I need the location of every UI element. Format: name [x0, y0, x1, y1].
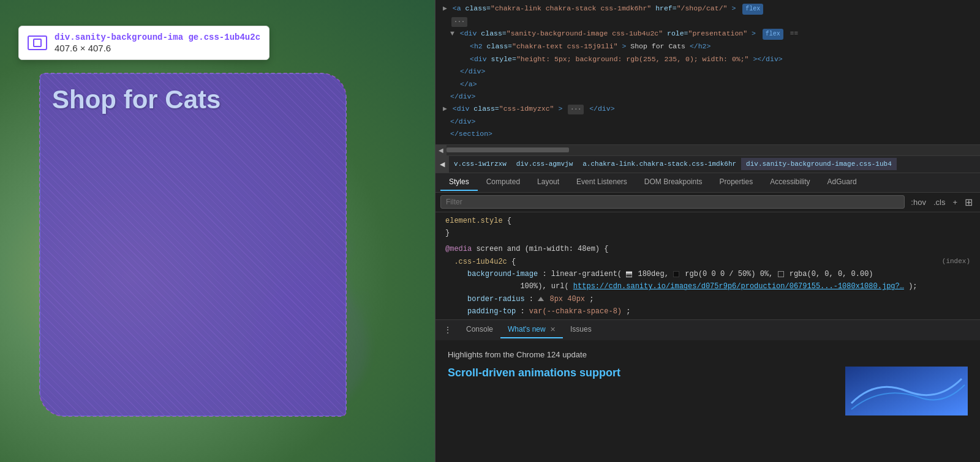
tooltip-class-name: div.sanity-background-ima ge.css-1ub4u2c	[55, 32, 260, 42]
expand-border-radius[interactable]	[538, 297, 544, 301]
scroll-left-button[interactable]: ◀	[435, 144, 447, 155]
whatsnew-title[interactable]: Scroll-driven animations support	[448, 367, 835, 379]
hov-button[interactable]: :hov	[908, 196, 929, 208]
whatsnew-image	[845, 367, 968, 415]
html-line: ···	[435, 15, 980, 28]
devtools-tabs: Styles Computed Layout Event Listeners D…	[435, 173, 980, 193]
css-line: padding-top : var(--chakra-space-8) ;	[435, 305, 980, 318]
tab-layout[interactable]: Layout	[529, 174, 568, 191]
css-line: @media screen and (min-width: 48em) {	[435, 243, 980, 255]
tooltip-text: div.sanity-background-ima ge.css-1ub4u2c…	[55, 32, 260, 53]
shop-card-inner: Shop for Cats	[40, 73, 346, 416]
console-menu-icon[interactable]: ⋮	[442, 324, 454, 336]
tab-console[interactable]: Console	[459, 321, 500, 338]
tab-styles[interactable]: Styles	[440, 174, 478, 191]
console-bar: ⋮ Console What's new ✕ Issues	[435, 319, 980, 340]
gradient-swatch[interactable]	[626, 271, 632, 277]
more-options-button[interactable]: ⊞	[962, 195, 975, 209]
breadcrumb-bar: ◀ v.css-1w1rzxw div.css-agmvjw a.chakra-…	[435, 156, 980, 173]
css-line: 100%), url( https://cdn.sanity.io/images…	[435, 280, 980, 292]
shop-card: Shop for Cats	[40, 73, 346, 416]
breadcrumb-item-v[interactable]: v.css-1w1rzxw	[449, 158, 511, 170]
cls-button[interactable]: .cls	[931, 196, 948, 208]
css-line: border-radius : 8px 40px ;	[435, 293, 980, 305]
css-content: element.style { } @media screen and (min…	[435, 212, 980, 319]
tab-whatsnew[interactable]: What's new ✕	[500, 321, 563, 338]
html-line: </section>	[435, 128, 980, 140]
html-line: </div>	[435, 65, 980, 78]
color-swatch-black[interactable]	[673, 271, 679, 277]
html-line: ▶ <div class="css-1dmyzxc" > ··· </div>	[435, 103, 980, 115]
devtools-panel: ▶ <a class="chakra-link chakra-stack css…	[435, 0, 980, 462]
tooltip-icon	[28, 35, 47, 50]
filter-bar: :hov .cls + ⊞	[435, 193, 980, 212]
whatsnew-panel: Highlights from the Chrome 124 update Sc…	[435, 340, 980, 462]
filter-input[interactable]	[440, 195, 905, 209]
css-line: background-image : linear-gradient( 180d…	[435, 268, 980, 280]
tab-issues[interactable]: Issues	[563, 321, 599, 338]
whatsnew-subtitle: Highlights from the Chrome 124 update	[448, 350, 968, 359]
html-line: ▼ <div class="sanity-background-image cs…	[435, 28, 980, 40]
breadcrumb-left-button[interactable]: ◀	[435, 156, 449, 173]
tab-properties[interactable]: Properties	[711, 174, 762, 191]
tab-accessibility[interactable]: Accessibility	[761, 174, 818, 191]
css-line: }	[435, 227, 980, 239]
tab-computed[interactable]: Computed	[478, 174, 529, 191]
html-line: <div style="height: 5px; background: rgb…	[435, 53, 980, 65]
html-line: ▶ <a class="chakra-link chakra-stack css…	[435, 2, 980, 15]
breadcrumb-item-div[interactable]: div.css-agmvjw	[511, 158, 578, 170]
eq-badge: ==	[790, 30, 798, 37]
ellipsis-button[interactable]: ···	[451, 17, 467, 27]
tab-adguard[interactable]: AdGuard	[819, 174, 865, 191]
breadcrumb-item-a[interactable]: a.chakra-link.chakra-stack.css-1mdk6hr	[578, 158, 741, 170]
ellipsis-button[interactable]: ···	[568, 105, 584, 114]
triangle-icon: ▶	[443, 105, 447, 113]
color-swatch-transparent[interactable]	[778, 271, 784, 277]
element-tooltip: div.sanity-background-ima ge.css-1ub4u2c…	[18, 26, 270, 60]
flex-badge: flex	[763, 29, 783, 40]
html-source: ▶ <a class="chakra-link chakra-stack css…	[435, 0, 980, 145]
close-whatsnew-button[interactable]: ✕	[550, 326, 556, 333]
filter-tools: :hov .cls + ⊞	[908, 195, 975, 209]
triangle-icon: ▼	[450, 29, 454, 37]
tab-dom-breakpoints[interactable]: DOM Breakpoints	[636, 174, 711, 191]
html-line: </a>	[435, 78, 980, 91]
webpage-preview: div.sanity-background-ima ge.css-1ub4u2c…	[0, 0, 435, 462]
html-line: </div>	[435, 91, 980, 103]
shop-card-overlay	[40, 73, 346, 416]
tab-event-listeners[interactable]: Event Listeners	[568, 174, 636, 191]
html-line: </div>	[435, 116, 980, 128]
css-line: .css-1ub4u2c { (index)	[435, 256, 980, 268]
breadcrumb-item-active[interactable]: div.sanity-background-image.css-1ub4	[741, 158, 897, 170]
shop-card-title: Shop for Cats	[52, 86, 221, 114]
triangle-icon: ▶	[443, 4, 447, 12]
scroll-area: ◀	[435, 145, 980, 156]
bg-image-url[interactable]: https://cdn.sanity.io/images/d075r9p6/pr…	[573, 282, 904, 291]
html-line: <h2 class="chakra-text css-15j91li" > Sh…	[435, 40, 980, 53]
add-rule-button[interactable]: +	[950, 196, 960, 208]
flex-badge: flex	[742, 4, 763, 15]
css-line: element.style {	[435, 215, 980, 227]
tooltip-size: 407.6 × 407.6	[55, 43, 260, 53]
styles-panel: :hov .cls + ⊞ element.style { } @media s…	[435, 193, 980, 462]
